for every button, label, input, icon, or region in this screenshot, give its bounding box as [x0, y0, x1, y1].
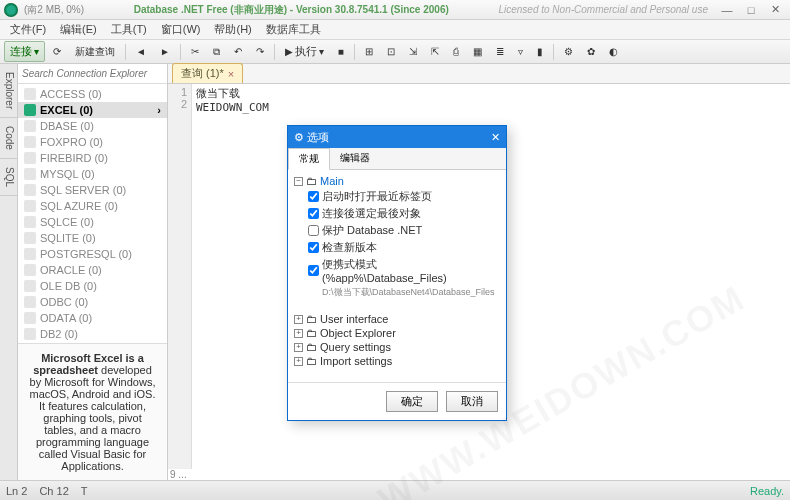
cancel-button[interactable]: 取消: [446, 391, 498, 412]
editor-tab[interactable]: 查询 (1)* ×: [172, 63, 243, 83]
dialog-titlebar[interactable]: ⚙ 选项 ✕: [288, 126, 506, 148]
db-item[interactable]: SQLCE (0): [18, 214, 167, 230]
undo-icon[interactable]: ↶: [228, 43, 248, 60]
section-import-settings[interactable]: Import settings: [320, 355, 392, 367]
section-query-settings[interactable]: Query settings: [320, 341, 391, 353]
minimize-button[interactable]: —: [716, 3, 738, 17]
expand-icon[interactable]: +: [294, 357, 303, 366]
db-item[interactable]: OLE DB (0): [18, 278, 167, 294]
opt-check-ver-checkbox[interactable]: [308, 242, 319, 253]
forward-icon[interactable]: ►: [154, 43, 176, 60]
db-item[interactable]: ODBC (0): [18, 294, 167, 310]
copy-icon[interactable]: ⧉: [207, 43, 226, 61]
status-ch: Ch 12: [39, 485, 68, 497]
menu-dbtools[interactable]: 数据库工具: [260, 20, 327, 39]
stop-icon[interactable]: ■: [332, 43, 350, 60]
opt-conn-last-checkbox[interactable]: [308, 208, 319, 219]
db-item-label: SQL SERVER (0): [40, 184, 126, 196]
back-icon[interactable]: ◄: [130, 43, 152, 60]
db-item[interactable]: ACCESS (0): [18, 86, 167, 102]
execute-button[interactable]: ▶ 执行 ▾: [279, 41, 330, 62]
menu-file[interactable]: 文件(F): [4, 20, 52, 39]
db-item[interactable]: FOXPRO (0): [18, 134, 167, 150]
menu-tools[interactable]: 工具(T): [105, 20, 153, 39]
db-item[interactable]: FIREBIRD (0): [18, 150, 167, 166]
task-indicator: 9 ...: [168, 469, 790, 480]
grid-icon[interactable]: ▦: [467, 43, 488, 60]
settings-icon[interactable]: ⚙: [558, 43, 579, 60]
tool-icon[interactable]: ⊞: [359, 43, 379, 60]
opt-portable-label: 便携式模式 (%app%\Database_Files): [322, 257, 500, 284]
db-item[interactable]: ORACLE (0): [18, 262, 167, 278]
database-icon: [24, 200, 36, 212]
database-icon: [24, 280, 36, 292]
window-title: Database .NET Free (非商业用途) - Version 30.…: [134, 3, 449, 17]
database-icon: [24, 248, 36, 260]
db-item-label: ODBC (0): [40, 296, 88, 308]
dialog-tab-general[interactable]: 常规: [288, 148, 330, 170]
connect-button[interactable]: 连接 ▾: [4, 41, 45, 62]
sort-icon[interactable]: ≣: [490, 43, 510, 60]
expand-icon[interactable]: +: [294, 329, 303, 338]
menu-edit[interactable]: 编辑(E): [54, 20, 103, 39]
menu-help[interactable]: 帮助(H): [208, 20, 257, 39]
help-icon[interactable]: ◐: [603, 43, 624, 60]
new-query-button[interactable]: 新建查询: [69, 42, 121, 62]
db-item[interactable]: SQL AZURE (0): [18, 198, 167, 214]
gear-icon: ⚙: [294, 131, 304, 144]
filter-icon[interactable]: ▿: [512, 43, 529, 60]
refresh-icon[interactable]: ⟳: [47, 43, 67, 60]
menu-window[interactable]: 窗口(W): [155, 20, 207, 39]
database-icon: [24, 312, 36, 324]
db-item-label: FIREBIRD (0): [40, 152, 108, 164]
db-item-label: EXCEL (0): [40, 104, 93, 116]
dialog-close-icon[interactable]: ✕: [491, 131, 500, 144]
database-icon: [24, 184, 36, 196]
db-item[interactable]: MYSQL (0): [18, 166, 167, 182]
maximize-button[interactable]: □: [740, 3, 762, 17]
opt-portable-checkbox[interactable]: [308, 265, 319, 276]
db-item[interactable]: EXCEL (0)›: [18, 102, 167, 118]
db-item[interactable]: ODATA (0): [18, 310, 167, 326]
search-input[interactable]: [18, 64, 167, 83]
chart-icon[interactable]: ▮: [531, 43, 549, 60]
export-icon[interactable]: ⇲: [403, 43, 423, 60]
opt-start-tabs-checkbox[interactable]: [308, 191, 319, 202]
db-item[interactable]: SQL SERVER (0): [18, 182, 167, 198]
redo-icon[interactable]: ↷: [250, 43, 270, 60]
tool-icon[interactable]: ⊡: [381, 43, 401, 60]
close-icon[interactable]: ×: [228, 68, 234, 80]
side-tab-sql[interactable]: SQL: [0, 159, 17, 196]
import-icon[interactable]: ⇱: [425, 43, 445, 60]
section-ui[interactable]: User interface: [320, 313, 388, 325]
opt-protect-checkbox[interactable]: [308, 225, 319, 236]
gear-icon[interactable]: ✿: [581, 43, 601, 60]
close-button[interactable]: ✕: [764, 3, 786, 17]
db-item-label: ORACLE (0): [40, 264, 102, 276]
db-item[interactable]: DBASE (0): [18, 118, 167, 134]
section-object-explorer[interactable]: Object Explorer: [320, 327, 396, 339]
collapse-icon[interactable]: −: [294, 177, 303, 186]
opt-conn-last-label: 连接後選定最後对象: [322, 206, 421, 221]
side-tab-code[interactable]: Code: [0, 118, 17, 159]
expand-icon[interactable]: +: [294, 343, 303, 352]
section-main[interactable]: Main: [320, 175, 344, 187]
folder-icon: 🗀: [306, 355, 317, 367]
db-item-label: ODATA (0): [40, 312, 92, 324]
ok-button[interactable]: 确定: [386, 391, 438, 412]
expand-icon[interactable]: +: [294, 315, 303, 324]
titlebar: (南2 MB, 0%) Database .NET Free (非商业用途) -…: [0, 0, 790, 20]
print-icon[interactable]: ⎙: [447, 43, 465, 60]
dialog-tab-editor[interactable]: 编辑器: [330, 148, 380, 169]
folder-icon: 🗀: [306, 327, 317, 339]
db-item[interactable]: SQLITE (0): [18, 230, 167, 246]
db-item-label: SQL AZURE (0): [40, 200, 118, 212]
status-ready: Ready.: [750, 485, 784, 497]
line-gutter: 1 2: [168, 84, 192, 469]
db-item[interactable]: DB2 (0): [18, 326, 167, 342]
db-item[interactable]: POSTGRESQL (0): [18, 246, 167, 262]
db-item-label: MYSQL (0): [40, 168, 95, 180]
database-icon: [24, 232, 36, 244]
cut-icon[interactable]: ✂: [185, 43, 205, 60]
side-tab-explorer[interactable]: Explorer: [0, 64, 17, 118]
